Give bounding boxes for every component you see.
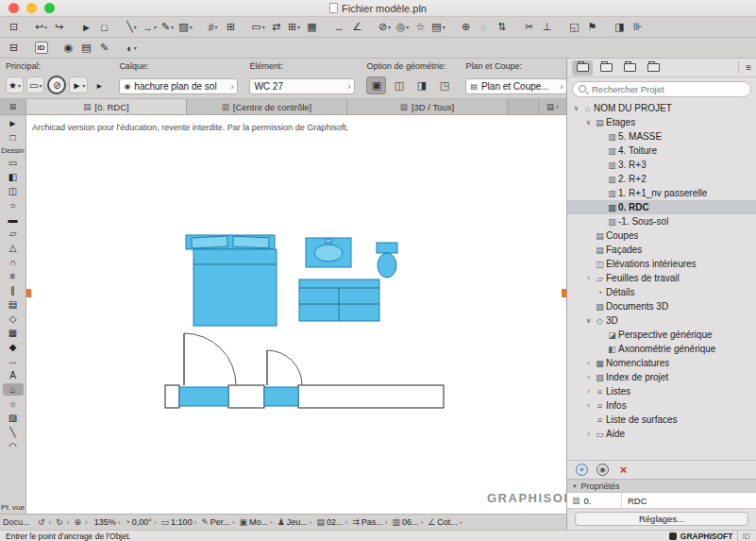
pens-icon[interactable]: ✎ ▾ — [95, 40, 113, 57]
tree-item[interactable]: ∨ ▤ Étages — [567, 115, 756, 129]
tree-item[interactable]: › ▭ Aide — [567, 427, 756, 441]
pin-icon[interactable]: ⊪ ▾ — [629, 19, 647, 36]
fill-tool[interactable]: ▨ — [3, 412, 24, 424]
worksheet-icon[interactable]: ▤ ▾ — [429, 19, 447, 36]
plan-coupe-dropdown[interactable]: ▤ Plan et Coupe... › — [465, 78, 567, 94]
id-badge[interactable]: ID ▾ — [32, 40, 50, 57]
tree-item[interactable]: › ▦ Nomenclatures — [567, 356, 756, 370]
favorites-button[interactable]: ★ ▾ — [6, 76, 24, 93]
pen-sets-control[interactable]: ♟ Jeu... › — [277, 517, 313, 527]
floor-plan[interactable] — [26, 115, 565, 514]
document-tab[interactable]: ▤ [0. RDC] — [26, 99, 187, 114]
flag-icon[interactable]: ⚑ ▾ — [583, 19, 601, 36]
disclosure-triangle-icon[interactable]: ▾ — [573, 482, 577, 490]
close-button[interactable] — [8, 3, 19, 13]
marquee-tool[interactable]: □ — [3, 131, 24, 144]
principal-more-button[interactable]: ▸ ▾ — [91, 76, 108, 93]
fill-type-icon[interactable]: ▨ ▾ — [176, 19, 194, 36]
quick-layout-icon[interactable]: ⊞ — [0, 99, 26, 114]
renovation-filter-control[interactable]: ⇉ Pas... › — [351, 517, 388, 527]
shell-tool[interactable]: ∩ — [3, 256, 24, 268]
delete-button[interactable]: × — [617, 464, 630, 476]
story-name-cell[interactable]: RDC — [622, 493, 756, 508]
quick-options-icon[interactable]: ⊟ ▾ — [5, 40, 23, 57]
element-dropdown[interactable]: WC 27 › — [249, 78, 355, 94]
dimensioning-control[interactable]: ∠ Cot... › — [427, 517, 462, 527]
door-1[interactable] — [179, 333, 236, 406]
geometry-method-2[interactable]: ◫ — [389, 76, 409, 94]
disclosure-chevron[interactable]: ∨ — [583, 118, 594, 127]
arrow-tool[interactable]: ► — [3, 117, 24, 129]
arrow-tool-button[interactable]: ► ▾ — [69, 76, 88, 93]
model-view-control[interactable]: ▣ Mo... › — [239, 517, 274, 527]
elevation-marker-left[interactable] — [26, 289, 31, 297]
washbasin-counter[interactable] — [306, 238, 351, 267]
bed[interactable] — [186, 235, 277, 326]
lamp-tool[interactable]: ☼ — [3, 397, 24, 410]
tree-item[interactable]: ≡ Liste de surfaces — [567, 413, 756, 427]
split-icon[interactable]: ⊥ ▾ — [538, 19, 556, 36]
settings-button[interactable]: Réglages... — [575, 512, 748, 526]
story-number-cell[interactable]: ▥ 0. — [567, 493, 622, 508]
tree-item[interactable]: ▥ 5. MASSE — [567, 129, 756, 144]
zoom-window-button[interactable] — [44, 3, 55, 13]
navigator-menu-button[interactable]: ≡ — [738, 61, 751, 74]
tree-item[interactable]: ∨ ⌂ NOM DU PROJET — [567, 101, 756, 115]
redo-icon[interactable]: ↪ ▾ — [50, 19, 68, 36]
tree-item[interactable]: ▥ 1. R+1_nv passerelle — [567, 186, 756, 200]
undo-icon[interactable]: ↩ ▾ — [32, 19, 50, 36]
object-tool[interactable]: ⌂ — [3, 383, 24, 396]
pan-icon[interactable]: ⇅ ▾ — [493, 19, 511, 36]
orientation-control[interactable]: ◔ 0,00° › — [124, 517, 157, 527]
default-transfer-button[interactable]: ▭ ▾ — [26, 76, 44, 93]
fit-in-window-button[interactable]: ⊕ › — [73, 517, 88, 527]
tree-item[interactable]: ▥ 2. R+2 — [567, 172, 756, 186]
dimension-style-control[interactable]: ▥ 06... › — [391, 517, 424, 527]
beam-tool[interactable]: ▬ — [3, 213, 24, 226]
tree-item[interactable]: › ≡ Infos — [567, 398, 756, 413]
disclosure-chevron[interactable]: › — [583, 387, 594, 396]
document-tab[interactable]: ▥ [Centre de contrôle] — [187, 99, 347, 114]
zoom-level-control[interactable]: 135% › — [92, 517, 122, 527]
layer-combination-control[interactable]: ▤ 02... › — [316, 517, 349, 527]
minimize-button[interactable] — [26, 3, 37, 13]
text-tool[interactable]: A — [3, 369, 24, 381]
guide-lines-icon[interactable]: ⊞ ▾ — [222, 19, 240, 36]
tree-item[interactable]: ◫ Élévations intérieures — [567, 257, 756, 271]
disclosure-chevron[interactable]: › — [583, 359, 594, 367]
tree-item[interactable]: ◪ Perspective générique — [567, 328, 756, 342]
mesh-tool[interactable]: ▦ — [3, 327, 24, 339]
line-tool[interactable]: ╲ — [3, 426, 24, 438]
layer-dropdown[interactable]: ◉ hachure plan de sol › — [119, 78, 238, 94]
view-map-tab[interactable] — [596, 60, 616, 76]
roof-tool[interactable]: △ — [3, 242, 24, 254]
window-tool[interactable]: ◫ — [3, 185, 24, 197]
disclosure-chevron[interactable]: ∨ — [583, 316, 594, 325]
eye-button[interactable]: ◉ — [596, 464, 609, 476]
tab-overflow-button[interactable]: ▤ › — [538, 99, 566, 114]
orientation-icon[interactable]: ⇄ ▾ — [267, 19, 285, 36]
drawing-canvas[interactable]: Archicad version pour l'éducation, reven… — [26, 115, 566, 514]
method-toggle-button[interactable]: ⊘ ▾ — [47, 76, 66, 94]
panel-toggle-icon[interactable]: ◨ ▾ — [611, 19, 629, 36]
tree-item[interactable]: ▥ 0. RDC — [567, 200, 756, 214]
column-tool[interactable]: ○ — [3, 199, 24, 211]
morph-tool[interactable]: ◆ — [3, 341, 24, 353]
save-icon[interactable]: ⊡ ▾ — [5, 19, 23, 36]
arrow-style-icon[interactable]: → ▾ — [141, 19, 159, 36]
railing-tool[interactable]: ∥ — [3, 284, 24, 296]
geometry-method-1[interactable]: ▣ — [366, 76, 386, 94]
disclosure-chevron[interactable]: › — [583, 401, 594, 410]
project-map-tab[interactable] — [572, 60, 593, 76]
scale-control[interactable]: ▭ 1:100 › — [160, 517, 198, 527]
favorites-star-icon[interactable]: ☆ ▾ — [412, 19, 429, 36]
tree-item[interactable]: ▥ 3. R+3 — [567, 158, 756, 172]
dimension-tool[interactable]: ↔ — [3, 355, 24, 367]
toilet[interactable] — [377, 243, 397, 278]
curtain-wall-tool[interactable]: ▤ — [3, 298, 24, 311]
layer-visibility-eye-icon[interactable]: ◉ — [124, 82, 130, 91]
marquee-icon[interactable]: □ ▾ — [95, 19, 113, 36]
stair-tool[interactable]: ≡ — [3, 270, 24, 282]
arc-tool[interactable]: ◠ — [3, 440, 24, 452]
toolbox-section-docu[interactable]: Docu... — [3, 517, 34, 527]
